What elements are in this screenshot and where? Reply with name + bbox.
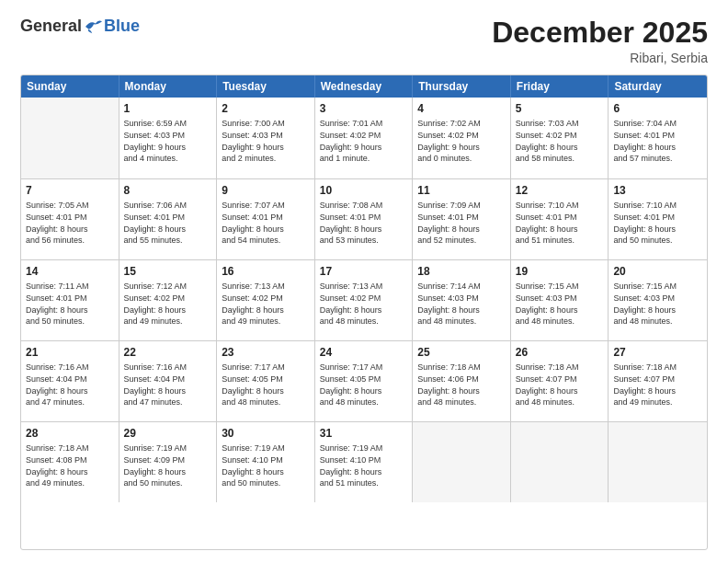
calendar-cell-r4-c5 [511, 422, 609, 502]
cell-info: Sunrise: 7:18 AM Sunset: 4:08 PM Dayligh… [26, 442, 114, 488]
calendar-cell-r1-c4: 11Sunrise: 7:09 AM Sunset: 4:01 PM Dayli… [413, 179, 511, 259]
day-number: 9 [222, 183, 310, 198]
cell-info: Sunrise: 6:59 AM Sunset: 4:03 PM Dayligh… [124, 118, 212, 164]
location: Ribari, Serbia [492, 51, 708, 65]
calendar-body: 1Sunrise: 6:59 AM Sunset: 4:03 PM Daylig… [21, 98, 707, 502]
day-number: 18 [417, 264, 506, 279]
cell-info: Sunrise: 7:14 AM Sunset: 4:03 PM Dayligh… [417, 281, 506, 327]
calendar-cell-r0-c6: 6Sunrise: 7:04 AM Sunset: 4:01 PM Daylig… [609, 98, 707, 178]
calendar-cell-r3-c3: 24Sunrise: 7:17 AM Sunset: 4:05 PM Dayli… [315, 341, 414, 421]
weekday-header-sunday: Sunday [21, 75, 119, 98]
day-number: 11 [417, 183, 506, 198]
day-number: 28 [26, 426, 114, 441]
calendar-cell-r0-c0 [21, 98, 119, 178]
cell-info: Sunrise: 7:12 AM Sunset: 4:02 PM Dayligh… [124, 281, 212, 327]
cell-info: Sunrise: 7:15 AM Sunset: 4:03 PM Dayligh… [516, 281, 604, 327]
cell-info: Sunrise: 7:16 AM Sunset: 4:04 PM Dayligh… [26, 362, 114, 408]
calendar-cell-r0-c3: 3Sunrise: 7:01 AM Sunset: 4:02 PM Daylig… [315, 98, 414, 178]
calendar-cell-r1-c3: 10Sunrise: 7:08 AM Sunset: 4:01 PM Dayli… [315, 179, 414, 259]
cell-info: Sunrise: 7:18 AM Sunset: 4:07 PM Dayligh… [516, 362, 604, 408]
calendar-cell-r2-c2: 16Sunrise: 7:13 AM Sunset: 4:02 PM Dayli… [217, 260, 315, 340]
logo-bird-icon [84, 18, 104, 35]
cell-info: Sunrise: 7:10 AM Sunset: 4:01 PM Dayligh… [613, 200, 702, 246]
calendar-cell-r3-c0: 21Sunrise: 7:16 AM Sunset: 4:04 PM Dayli… [21, 341, 119, 421]
cell-info: Sunrise: 7:01 AM Sunset: 4:02 PM Dayligh… [320, 118, 408, 164]
calendar-cell-r4-c6 [609, 422, 707, 502]
logo-blue: Blue [104, 17, 140, 36]
header: General Blue December 2025 Ribari, Serbi… [20, 17, 708, 65]
calendar-cell-r0-c4: 4Sunrise: 7:02 AM Sunset: 4:02 PM Daylig… [413, 98, 511, 178]
cell-info: Sunrise: 7:02 AM Sunset: 4:02 PM Dayligh… [417, 118, 506, 164]
day-number: 27 [613, 345, 702, 360]
page: General Blue December 2025 Ribari, Serbi… [0, 0, 728, 563]
weekday-header-monday: Monday [119, 75, 218, 98]
calendar-cell-r1-c5: 12Sunrise: 7:10 AM Sunset: 4:01 PM Dayli… [511, 179, 609, 259]
weekday-header-saturday: Saturday [609, 75, 707, 98]
calendar-cell-r1-c6: 13Sunrise: 7:10 AM Sunset: 4:01 PM Dayli… [609, 179, 707, 259]
weekday-header-wednesday: Wednesday [315, 75, 414, 98]
calendar-cell-r3-c5: 26Sunrise: 7:18 AM Sunset: 4:07 PM Dayli… [511, 341, 609, 421]
calendar-row-4: 28Sunrise: 7:18 AM Sunset: 4:08 PM Dayli… [21, 421, 707, 502]
calendar-cell-r3-c6: 27Sunrise: 7:18 AM Sunset: 4:07 PM Dayli… [609, 341, 707, 421]
day-number: 23 [222, 345, 310, 360]
day-number: 25 [417, 345, 506, 360]
month-title: December 2025 [492, 17, 708, 49]
cell-info: Sunrise: 7:19 AM Sunset: 4:10 PM Dayligh… [320, 442, 408, 488]
calendar-row-2: 14Sunrise: 7:11 AM Sunset: 4:01 PM Dayli… [21, 259, 707, 340]
cell-info: Sunrise: 7:18 AM Sunset: 4:07 PM Dayligh… [613, 362, 702, 408]
calendar-cell-r2-c5: 19Sunrise: 7:15 AM Sunset: 4:03 PM Dayli… [511, 260, 609, 340]
day-number: 30 [222, 426, 310, 441]
cell-info: Sunrise: 7:19 AM Sunset: 4:10 PM Dayligh… [222, 442, 310, 488]
calendar-header: SundayMondayTuesdayWednesdayThursdayFrid… [21, 75, 707, 98]
day-number: 17 [320, 264, 408, 279]
cell-info: Sunrise: 7:15 AM Sunset: 4:03 PM Dayligh… [613, 281, 702, 327]
day-number: 16 [222, 264, 310, 279]
calendar-cell-r2-c0: 14Sunrise: 7:11 AM Sunset: 4:01 PM Dayli… [21, 260, 119, 340]
day-number: 1 [124, 101, 212, 116]
logo-general: General [20, 17, 82, 36]
calendar-cell-r2-c4: 18Sunrise: 7:14 AM Sunset: 4:03 PM Dayli… [413, 260, 511, 340]
cell-info: Sunrise: 7:00 AM Sunset: 4:03 PM Dayligh… [222, 118, 310, 164]
calendar-cell-r2-c3: 17Sunrise: 7:13 AM Sunset: 4:02 PM Dayli… [315, 260, 414, 340]
calendar-cell-r3-c4: 25Sunrise: 7:18 AM Sunset: 4:06 PM Dayli… [413, 341, 511, 421]
cell-info: Sunrise: 7:11 AM Sunset: 4:01 PM Dayligh… [26, 281, 114, 327]
weekday-header-friday: Friday [511, 75, 609, 98]
cell-info: Sunrise: 7:18 AM Sunset: 4:06 PM Dayligh… [417, 362, 506, 408]
day-number: 8 [124, 183, 212, 198]
cell-info: Sunrise: 7:09 AM Sunset: 4:01 PM Dayligh… [417, 200, 506, 246]
calendar-cell-r0-c5: 5Sunrise: 7:03 AM Sunset: 4:02 PM Daylig… [511, 98, 609, 178]
logo: General Blue [20, 17, 140, 36]
cell-info: Sunrise: 7:06 AM Sunset: 4:01 PM Dayligh… [124, 200, 212, 246]
calendar-cell-r4-c0: 28Sunrise: 7:18 AM Sunset: 4:08 PM Dayli… [21, 422, 119, 502]
day-number: 15 [124, 264, 212, 279]
title-block: December 2025 Ribari, Serbia [492, 17, 708, 65]
weekday-header-tuesday: Tuesday [217, 75, 315, 98]
day-number: 26 [516, 345, 604, 360]
calendar: SundayMondayTuesdayWednesdayThursdayFrid… [20, 75, 708, 550]
cell-info: Sunrise: 7:04 AM Sunset: 4:01 PM Dayligh… [613, 118, 702, 164]
day-number: 7 [26, 183, 114, 198]
day-number: 21 [26, 345, 114, 360]
day-number: 20 [613, 264, 702, 279]
calendar-cell-r4-c2: 30Sunrise: 7:19 AM Sunset: 4:10 PM Dayli… [217, 422, 315, 502]
day-number: 13 [613, 183, 702, 198]
calendar-cell-r3-c2: 23Sunrise: 7:17 AM Sunset: 4:05 PM Dayli… [217, 341, 315, 421]
calendar-row-3: 21Sunrise: 7:16 AM Sunset: 4:04 PM Dayli… [21, 340, 707, 421]
calendar-cell-r4-c4 [413, 422, 511, 502]
day-number: 29 [124, 426, 212, 441]
calendar-cell-r1-c0: 7Sunrise: 7:05 AM Sunset: 4:01 PM Daylig… [21, 179, 119, 259]
calendar-cell-r0-c1: 1Sunrise: 6:59 AM Sunset: 4:03 PM Daylig… [119, 98, 218, 178]
cell-info: Sunrise: 7:17 AM Sunset: 4:05 PM Dayligh… [320, 362, 408, 408]
calendar-cell-r3-c1: 22Sunrise: 7:16 AM Sunset: 4:04 PM Dayli… [119, 341, 218, 421]
cell-info: Sunrise: 7:17 AM Sunset: 4:05 PM Dayligh… [222, 362, 310, 408]
calendar-cell-r0-c2: 2Sunrise: 7:00 AM Sunset: 4:03 PM Daylig… [217, 98, 315, 178]
cell-info: Sunrise: 7:10 AM Sunset: 4:01 PM Dayligh… [516, 200, 604, 246]
day-number: 14 [26, 264, 114, 279]
cell-info: Sunrise: 7:08 AM Sunset: 4:01 PM Dayligh… [320, 200, 408, 246]
day-number: 10 [320, 183, 408, 198]
day-number: 6 [613, 101, 702, 116]
day-number: 4 [417, 101, 506, 116]
cell-info: Sunrise: 7:07 AM Sunset: 4:01 PM Dayligh… [222, 200, 310, 246]
calendar-cell-r4-c1: 29Sunrise: 7:19 AM Sunset: 4:09 PM Dayli… [119, 422, 218, 502]
day-number: 12 [516, 183, 604, 198]
